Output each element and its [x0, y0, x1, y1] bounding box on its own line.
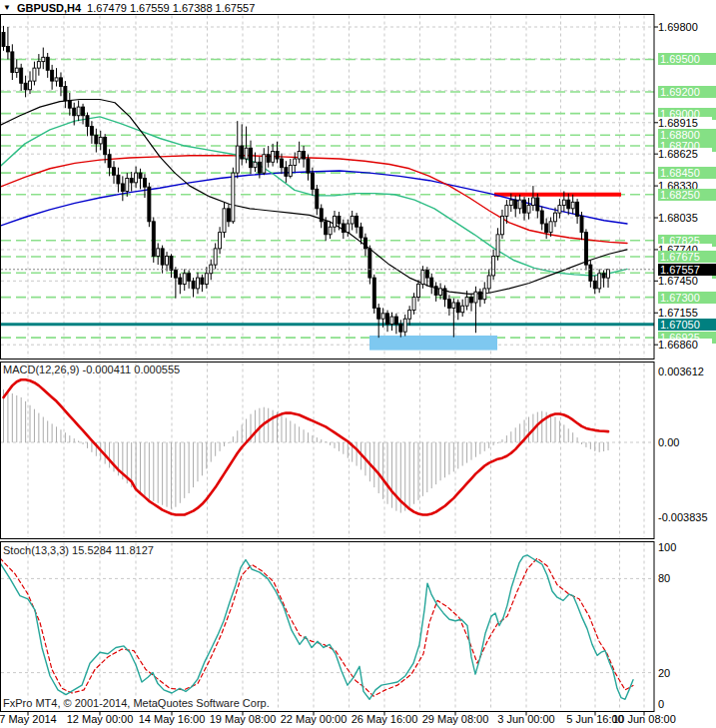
candle-body [562, 200, 565, 205]
price-axis-label: 1.67300 [658, 292, 716, 304]
candle-body [607, 270, 610, 278]
candle-body [241, 146, 244, 159]
candle-body [219, 233, 222, 249]
macd-panel-label: MACD(12,26,9) -0.000411 0.000555 [3, 364, 180, 375]
stoch-k-line [0, 555, 633, 699]
time-axis-label: 10 Jun 08:00 [612, 713, 676, 725]
candle-body [334, 216, 337, 227]
panel-border [1, 542, 655, 712]
candle-body [280, 159, 283, 168]
candle-body [130, 179, 133, 183]
candle-body [121, 184, 124, 192]
price-axis-label: 1.68035 [658, 212, 712, 224]
candle-body [276, 151, 279, 159]
candle-body [338, 216, 341, 224]
candle-body [523, 200, 526, 213]
candle-body [412, 298, 415, 311]
candle-body [531, 198, 534, 206]
candle-body [342, 224, 345, 233]
candle-body [478, 292, 481, 300]
candle-body [51, 70, 54, 81]
candle-body [148, 187, 151, 222]
candle-body [2, 32, 5, 46]
candle-body [540, 211, 543, 224]
candle-body [381, 314, 384, 319]
candle-body [24, 83, 27, 89]
candle-body [236, 146, 239, 173]
price-axis-label: 1.67675 [658, 251, 716, 263]
candle-body [64, 87, 67, 101]
candle-body [6, 46, 9, 51]
panel-border [1, 15, 655, 360]
candle-body [174, 271, 177, 279]
candle-body [474, 292, 477, 303]
candle-body [311, 173, 314, 189]
candle-body [316, 189, 319, 208]
candle-body [135, 173, 138, 183]
candle-body [368, 249, 371, 278]
candle-body [518, 200, 521, 209]
ohlc-values: 1.67479 1.67559 1.67388 1.67557 [87, 2, 255, 14]
candle-body [258, 162, 261, 173]
symbol-dropdown-icon[interactable]: ▼ [3, 3, 11, 13]
stoch-panel-label: Stoch(13,3,3) 15.5284 11.8127 [3, 544, 154, 556]
candle-body [399, 325, 402, 333]
candle-body [170, 256, 173, 270]
price-axis-label: 1.69800 [658, 21, 712, 33]
candle-body [576, 202, 579, 216]
time-axis-label: 3 Jun 00:00 [497, 713, 555, 725]
candle-body [232, 173, 235, 222]
candle-body [527, 206, 530, 214]
candle-body [223, 209, 226, 233]
candle-body [166, 256, 169, 265]
candle-body [139, 173, 142, 178]
candle-body [425, 271, 428, 279]
candle-body [447, 300, 450, 309]
candle-body [598, 274, 601, 289]
candle-body [403, 319, 406, 332]
time-axis-label: 29 May 08:00 [422, 713, 489, 725]
price-axis-label: 1.67450 [658, 275, 712, 287]
candle-body [439, 289, 442, 295]
candle-body [602, 274, 605, 278]
candle-body [580, 216, 583, 232]
candle-body [584, 233, 587, 265]
candle-body [470, 298, 473, 303]
candle-body [408, 311, 411, 320]
candle-body [46, 57, 49, 70]
candle-body [59, 78, 62, 87]
candle-body [443, 289, 446, 300]
candle-body [77, 107, 80, 116]
candle-body [201, 278, 204, 284]
candle-body [263, 155, 266, 173]
candle-body [307, 159, 310, 173]
time-axis-label: 26 May 16:00 [352, 713, 418, 725]
candle-body [250, 148, 253, 167]
candle-body [196, 278, 199, 289]
candle-body [452, 303, 455, 308]
panel-border [1, 363, 655, 539]
candle-body [90, 127, 93, 136]
candle-body [86, 116, 89, 127]
candle-body [363, 238, 366, 249]
candle-body [356, 216, 358, 227]
price-axis-label: 1.68250 [658, 189, 716, 201]
candle-body [126, 179, 129, 192]
macd-axis-label: 0.003612 [658, 365, 704, 377]
candle-body [254, 162, 257, 167]
candle-body [461, 306, 464, 312]
candle-body [192, 281, 195, 289]
candle-body [329, 227, 332, 235]
time-axis-label: 19 May 08:00 [210, 713, 277, 725]
candle-body [267, 155, 270, 163]
candle-body [351, 216, 354, 224]
stoch-axis-label: 20 [658, 667, 670, 679]
candle-body [108, 155, 111, 168]
candle-body [157, 249, 160, 257]
stoch-d-line [0, 558, 633, 696]
candle-body [567, 200, 570, 209]
stoch-axis-label: 0 [658, 698, 664, 710]
candle-body [272, 151, 275, 162]
macd-axis-label: 0.00 [658, 436, 679, 448]
candle-body [514, 200, 517, 209]
